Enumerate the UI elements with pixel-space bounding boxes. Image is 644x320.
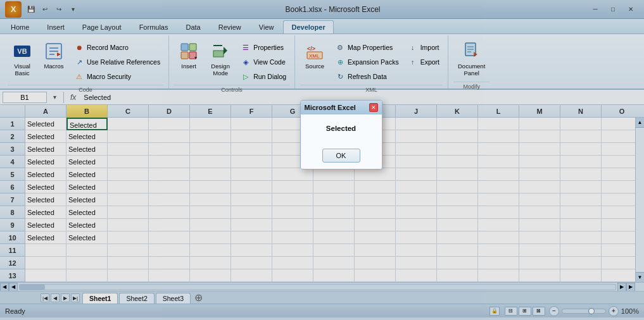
modal-message: Selected	[308, 125, 374, 132]
modal-close-btn[interactable]: ✕	[369, 103, 378, 112]
modal-body: Selected	[301, 114, 382, 146]
modal-titlebar: Microsoft Excel ✕	[301, 101, 382, 114]
modal-overlay: Microsoft Excel ✕ Selected OK	[0, 0, 644, 320]
modal-title: Microsoft Excel	[305, 104, 356, 111]
modal-ok-button[interactable]: OK	[322, 149, 360, 163]
modal-dialog: Microsoft Excel ✕ Selected OK	[300, 100, 382, 169]
modal-footer: OK	[301, 146, 382, 169]
